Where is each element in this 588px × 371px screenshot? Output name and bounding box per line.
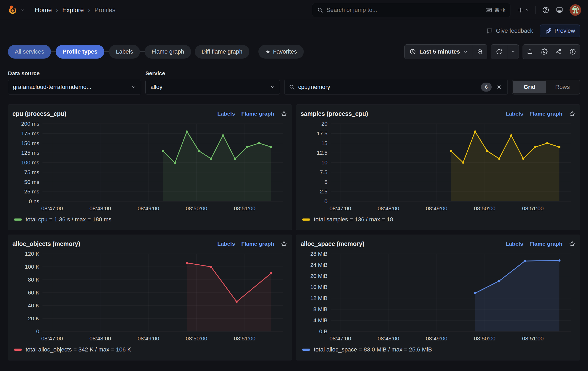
panel-flame-graph-link[interactable]: Flame graph (241, 111, 274, 117)
user-avatar[interactable] (570, 4, 581, 16)
data-point (498, 158, 500, 160)
timeseries-chart-alloc_space[interactable]: 08:47:0008:48:0008:49:0008:50:0008:51:00… (301, 250, 576, 344)
series-area-fill (451, 131, 559, 201)
result-count-badge: 6 (481, 83, 492, 92)
tab-connector (51, 51, 56, 52)
data-point (522, 158, 524, 160)
y-axis-label: 28 MiB (310, 251, 328, 257)
panel-labels-link[interactable]: Labels (506, 241, 523, 247)
filter-labels: Data source Service (8, 70, 580, 77)
favorite-star-button[interactable] (569, 110, 576, 117)
y-axis-label: 150 ms (21, 140, 39, 146)
export-button[interactable] (523, 45, 537, 59)
view-option-grid[interactable]: Grid (513, 81, 546, 93)
favorite-star-button[interactable] (569, 240, 576, 247)
tab-diff-flame-graph[interactable]: Diff flame graph (195, 45, 249, 59)
settings-button[interactable] (537, 45, 551, 59)
avatar-pixel-icon (570, 4, 581, 16)
x-axis-label: 08:50:00 (186, 335, 207, 341)
panel-flame-graph-link[interactable]: Flame graph (529, 111, 562, 117)
breadcrumb: Home›Explore›Profiles (35, 6, 115, 14)
data-point (474, 292, 476, 294)
gear-icon (541, 48, 548, 55)
panel-flame-graph-link[interactable]: Flame graph (529, 241, 562, 247)
data-point (258, 142, 260, 144)
comment-icon (486, 27, 493, 34)
panel-flame-graph-link[interactable]: Flame graph (241, 241, 274, 247)
data-point (198, 150, 200, 152)
favorite-star-button[interactable] (281, 110, 287, 117)
data-point (558, 259, 560, 261)
y-axis-label: 100 ms (21, 159, 39, 165)
preview-button[interactable]: Preview (540, 25, 580, 37)
breadcrumb-separator: › (56, 6, 58, 14)
y-axis-label: 5 (324, 179, 328, 185)
star-icon (265, 49, 271, 54)
share-button[interactable] (551, 45, 566, 59)
panel-legend: total alloc_space = 83.0 MiB / max = 25.… (301, 344, 576, 355)
timeseries-chart-samples[interactable]: 08:47:0008:48:0008:49:0008:50:0008:51:00… (301, 120, 576, 213)
datasource-select[interactable]: grafanacloud-terraformdemo... (8, 80, 141, 94)
view-option-rows[interactable]: Rows (546, 81, 579, 93)
legend-label[interactable]: total alloc_space = 83.0 MiB / max = 25.… (314, 346, 432, 353)
panel-legend: total alloc_objects = 342 K / max = 106 … (12, 344, 287, 355)
datasource-label: Data source (8, 70, 141, 77)
y-axis-label: 10 (321, 159, 328, 165)
panel-links: LabelsFlame graph (506, 240, 576, 247)
star-outline-icon (569, 240, 576, 247)
legend-label[interactable]: total alloc_objects = 342 K / max = 106 … (26, 346, 131, 353)
keyboard-shortcut-hint: ⌘+k (485, 7, 505, 13)
upload-icon (527, 48, 533, 55)
data-point (510, 134, 512, 136)
clear-search-button[interactable] (495, 83, 503, 91)
x-axis-label: 08:51:00 (522, 205, 544, 211)
refresh-interval-dropdown[interactable] (507, 45, 519, 59)
panel-labels-link[interactable]: Labels (217, 111, 235, 117)
global-search-input[interactable] (326, 7, 482, 13)
tab-profile-types[interactable]: Profile types (56, 45, 104, 59)
breadcrumb-item-profiles: Profiles (94, 6, 115, 14)
help-button[interactable] (542, 6, 549, 14)
tab-all-services[interactable]: All services (8, 45, 51, 59)
refresh-button[interactable] (491, 45, 507, 59)
add-new-button[interactable] (517, 7, 529, 13)
profile-type-search[interactable]: 6 (284, 80, 508, 94)
chevron-down-icon (20, 8, 24, 12)
breadcrumb-item-home[interactable]: Home (35, 6, 52, 14)
plus-icon (517, 7, 524, 13)
search-icon (317, 7, 323, 13)
panel-labels-link[interactable]: Labels (217, 241, 235, 247)
legend-swatch (14, 349, 22, 351)
panel-cpu: cpu (process_cpu)LabelsFlame graph08:47:… (8, 104, 292, 230)
zoom-out-time-button[interactable] (473, 45, 487, 59)
give-feedback-link[interactable]: Give feedback (486, 27, 533, 34)
panel-labels-link[interactable]: Labels (506, 111, 523, 117)
service-select[interactable]: alloy (145, 80, 280, 94)
tab-connector (104, 51, 109, 52)
data-point (234, 158, 236, 160)
data-point (486, 150, 488, 152)
legend-swatch (302, 349, 310, 351)
screen-button[interactable] (556, 6, 563, 14)
timeseries-chart-cpu[interactable]: 08:47:0008:48:0008:49:0008:50:0008:51:00… (12, 120, 287, 213)
time-range-picker: Last 5 minutes (404, 44, 487, 59)
timeseries-chart-alloc_objects[interactable]: 08:47:0008:48:0008:49:0008:50:0008:51:00… (12, 250, 287, 344)
data-point (462, 161, 464, 164)
favorite-star-button[interactable] (281, 240, 287, 247)
breadcrumb-item-explore[interactable]: Explore (62, 6, 84, 14)
global-search[interactable]: ⌘+k (312, 3, 510, 17)
tab-flame-graph[interactable]: Flame graph (145, 45, 191, 59)
close-icon (496, 84, 502, 90)
data-point (210, 266, 212, 268)
tab-labels[interactable]: Labels (109, 45, 140, 59)
legend-label[interactable]: total samples = 136 / max = 18 (314, 216, 393, 223)
time-range-button[interactable]: Last 5 minutes (405, 45, 473, 59)
profile-type-search-input[interactable] (298, 84, 478, 91)
grafana-logo-menu[interactable] (7, 4, 24, 16)
info-button[interactable] (566, 45, 580, 59)
y-axis-label: 0 ns (29, 198, 39, 204)
legend-label[interactable]: total cpu = 1.36 s / max = 180 ms (26, 216, 111, 223)
top-navigation-bar: Home›Explore›Profiles ⌘+k (0, 0, 588, 20)
chevron-down-icon (511, 49, 515, 54)
tab-favorites[interactable]: Favorites (258, 45, 304, 59)
